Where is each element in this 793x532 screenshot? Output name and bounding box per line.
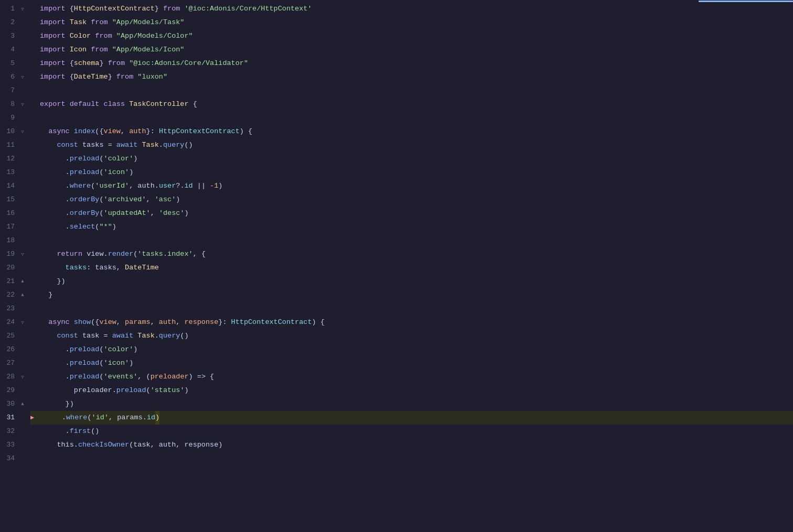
token-punct: (: [95, 125, 99, 138]
token-kw-class: class: [104, 97, 130, 111]
token-var-name: params: [117, 411, 143, 425]
fold-icon[interactable]: ▽: [19, 70, 26, 84]
token-method: orderBy: [70, 193, 100, 207]
token-method: index: [74, 125, 95, 138]
token-punct: ,: [176, 316, 184, 329]
code-line-34: [30, 452, 793, 465]
code-line-29: preloader.preload('status'): [30, 384, 793, 397]
fold-icon[interactable]: ▲: [19, 275, 26, 288]
gutter-row-17: 17: [0, 220, 26, 234]
token-method: checkIsOwner: [78, 438, 129, 452]
token-class-name: TaskController: [129, 97, 188, 111]
line-number: 9: [0, 111, 19, 125]
token-punct: .: [155, 179, 159, 193]
token-kw-import: import: [40, 57, 70, 70]
token-param: response: [184, 316, 218, 329]
gutter-row-24: 24▽: [0, 316, 26, 329]
token-str-single: '@ioc:Adonis/Core/HttpContext': [184, 2, 312, 16]
token-kw-import: import: [40, 70, 70, 84]
fold-icon[interactable]: ▲: [19, 397, 26, 411]
line-number: 34: [0, 452, 19, 465]
token-str-single: 'updatedAt': [104, 207, 151, 220]
gutter-row-29: 29: [0, 384, 26, 397]
token-punct: (: [99, 370, 103, 384]
token-punct: ): [133, 343, 137, 356]
gutter-row-12: 12: [0, 152, 26, 166]
fold-placeholder: [19, 111, 26, 125]
gutter-row-1: 1▽: [0, 2, 26, 16]
token-kw-export: export: [40, 97, 70, 111]
token-method: preload: [70, 343, 100, 356]
code-line-12: .preload('color'): [30, 152, 793, 166]
line-number: 30: [0, 397, 19, 411]
fold-icon[interactable]: ▽: [19, 125, 26, 138]
fold-placeholder: [19, 138, 26, 152]
token-kw-const: const: [40, 138, 82, 152]
token-kw-from: from: [91, 29, 116, 43]
fold-placeholder: [19, 234, 26, 247]
token-kw-import: import: [40, 29, 70, 43]
line-number: 31: [0, 411, 19, 425]
fold-icon[interactable]: ▽: [19, 370, 26, 384]
token-punct: ): [184, 207, 188, 220]
token-kw-await: await: [112, 329, 138, 343]
line-number: 11: [0, 138, 19, 152]
gutter-row-34: 34: [0, 452, 26, 465]
token-punct: {: [95, 316, 99, 329]
token-prop: id: [147, 411, 155, 425]
token-punct: ,: [151, 316, 159, 329]
token-method: show: [74, 316, 91, 329]
fold-icon[interactable]: ▽: [19, 247, 26, 261]
fold-placeholder: [19, 193, 26, 207]
fold-placeholder: [19, 57, 26, 70]
gutter-row-23: 23: [0, 302, 26, 316]
fold-placeholder: [19, 207, 26, 220]
token-punct: .: [112, 384, 116, 397]
token-var-name: tasks: [82, 138, 104, 152]
token-method: preload: [116, 384, 146, 397]
token-punct: .: [74, 438, 78, 452]
token-class-name: Color: [70, 29, 91, 43]
line-number: 33: [0, 438, 19, 452]
token-method: where: [70, 179, 91, 193]
line-number: 15: [0, 193, 19, 207]
token-class-name: schema: [74, 57, 100, 70]
gutter-row-13: 13: [0, 166, 26, 179]
token-var-name: response: [184, 438, 218, 452]
code-line-25: const task = await Task.query(): [30, 329, 793, 343]
line-number: 6: [0, 70, 19, 84]
token-method: orderBy: [70, 207, 100, 220]
gutter-row-28: 28▽: [0, 370, 26, 384]
token-kw-async: async: [40, 316, 74, 329]
fold-placeholder: [19, 16, 26, 29]
token-kw-import: import: [40, 43, 70, 57]
token-punct: }: [218, 316, 222, 329]
line-number: 8: [0, 97, 19, 111]
token-type-ann: HttpContextContract: [159, 125, 240, 138]
highlight-bracket: ): [155, 411, 159, 425]
fold-icon[interactable]: ▽: [19, 97, 26, 111]
line-number: 3: [0, 29, 19, 43]
fold-icon[interactable]: ▲: [19, 288, 26, 302]
token-class-name: DateTime: [125, 261, 159, 275]
gutter-row-33: 33: [0, 438, 26, 452]
gutter-row-16: 16: [0, 207, 26, 220]
token-punct: ): [218, 438, 222, 452]
token-class-name: DateTime: [74, 70, 108, 84]
code-line-24: async show({view, params, auth, response…: [30, 316, 793, 329]
line-number: 21: [0, 275, 19, 288]
code-line-15: .orderBy('archived', 'asc'): [30, 193, 793, 207]
line-number: 13: [0, 166, 19, 179]
fold-icon[interactable]: ▽: [19, 316, 26, 329]
token-str-single: 'tasks.index': [137, 247, 192, 261]
token-kw-from: from: [87, 16, 112, 29]
token-method: preload: [70, 356, 100, 370]
token-op: =: [99, 329, 112, 343]
line-number: 18: [0, 234, 19, 247]
gutter-row-8: 8▽: [0, 97, 26, 111]
line-number: 25: [0, 329, 19, 343]
token-punct: (: [87, 411, 91, 425]
token-kw-async: async: [40, 125, 74, 138]
fold-icon[interactable]: ▽: [19, 2, 26, 16]
fold-placeholder: [19, 438, 26, 452]
